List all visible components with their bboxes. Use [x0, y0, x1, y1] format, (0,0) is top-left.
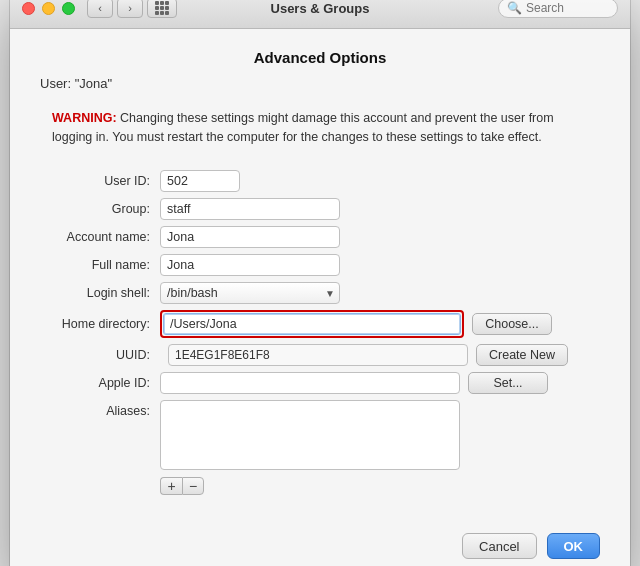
full-name-label: Full name:: [40, 258, 160, 272]
login-shell-row: Login shell: /bin/bash /bin/sh /bin/zsh …: [40, 282, 600, 304]
dialog-footer: Cancel OK: [10, 521, 630, 566]
aliases-label: Aliases:: [40, 400, 160, 418]
uuid-label: UUID:: [40, 348, 160, 362]
titlebar: ‹ › Users & Groups 🔍: [10, 0, 630, 29]
maximize-button[interactable]: [62, 2, 75, 15]
forward-button[interactable]: ›: [117, 0, 143, 18]
apple-id-row: Apple ID: Set...: [40, 372, 600, 394]
minimize-button[interactable]: [42, 2, 55, 15]
cancel-button[interactable]: Cancel: [462, 533, 536, 559]
warning-label: WARNING:: [52, 111, 117, 125]
uuid-value: 1E4EG1F8E61F8: [168, 344, 468, 366]
add-alias-button[interactable]: +: [160, 477, 182, 495]
account-name-label: Account name:: [40, 230, 160, 244]
group-input[interactable]: [160, 198, 340, 220]
search-input[interactable]: [526, 1, 609, 15]
user-value: "Jona": [75, 76, 112, 91]
apple-id-input[interactable]: [160, 372, 460, 394]
full-name-input[interactable]: [160, 254, 340, 276]
dialog-content: Advanced Options User: "Jona" WARNING: C…: [10, 29, 630, 522]
traffic-lights: [22, 2, 75, 15]
group-label: Group:: [40, 202, 160, 216]
ok-button[interactable]: OK: [547, 533, 601, 559]
home-dir-row: Home directory: Choose...: [40, 310, 600, 338]
group-row: Group:: [40, 198, 600, 220]
grid-icon: [155, 1, 169, 15]
login-shell-wrap: /bin/bash /bin/sh /bin/zsh ▼: [160, 282, 340, 304]
create-new-button[interactable]: Create New: [476, 344, 568, 366]
dialog-title: Advanced Options: [40, 49, 600, 66]
home-dir-label: Home directory:: [40, 317, 160, 331]
user-id-label: User ID:: [40, 174, 160, 188]
remove-alias-button[interactable]: −: [182, 477, 204, 495]
grid-view-button[interactable]: [147, 0, 177, 18]
home-dir-highlight: [160, 310, 464, 338]
aliases-textarea[interactable]: [160, 400, 460, 470]
choose-button[interactable]: Choose...: [472, 313, 552, 335]
account-name-input[interactable]: [160, 226, 340, 248]
window-title: Users & Groups: [271, 1, 370, 16]
nav-buttons: ‹ ›: [87, 0, 143, 18]
search-icon: 🔍: [507, 1, 522, 15]
add-remove-row: + −: [160, 477, 460, 495]
warning-block: WARNING: Changing these settings might d…: [40, 101, 600, 155]
close-button[interactable]: [22, 2, 35, 15]
aliases-section: + −: [160, 400, 460, 495]
main-window: ‹ › Users & Groups 🔍 Advanced Options Us…: [10, 0, 630, 566]
warning-text: Changing these settings might damage thi…: [52, 111, 554, 144]
user-id-input[interactable]: [160, 170, 240, 192]
apple-id-label: Apple ID:: [40, 376, 160, 390]
set-button[interactable]: Set...: [468, 372, 548, 394]
home-dir-input[interactable]: [163, 313, 461, 335]
full-name-row: Full name:: [40, 254, 600, 276]
back-button[interactable]: ‹: [87, 0, 113, 18]
form-section: User ID: Group: Account name: Full name:…: [40, 170, 600, 495]
user-id-row: User ID:: [40, 170, 600, 192]
user-label: User:: [40, 76, 71, 91]
uuid-row: UUID: 1E4EG1F8E61F8 Create New: [40, 344, 600, 366]
aliases-row: Aliases: + −: [40, 400, 600, 495]
search-box[interactable]: 🔍: [498, 0, 618, 18]
login-shell-label: Login shell:: [40, 286, 160, 300]
login-shell-select[interactable]: /bin/bash /bin/sh /bin/zsh: [160, 282, 340, 304]
account-name-row: Account name:: [40, 226, 600, 248]
user-line: User: "Jona": [40, 76, 600, 91]
